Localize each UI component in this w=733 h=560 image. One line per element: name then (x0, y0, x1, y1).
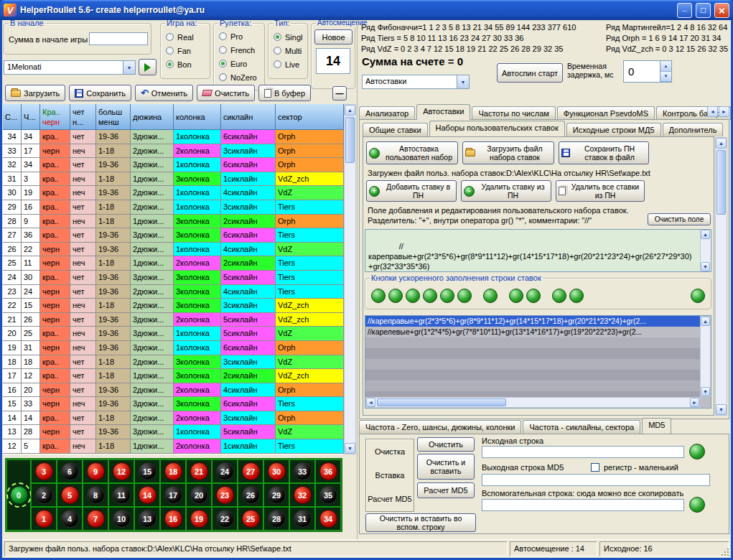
roulette-number-17[interactable]: 17 (160, 483, 186, 507)
radio-fan[interactable]: Fan (162, 44, 209, 57)
history-row[interactable]: 289кра..неч1-181дюжи...3колонка2сиклайнO… (3, 215, 344, 229)
history-row[interactable]: 2511черннеч1-181дюжи...2колонка2сиклайнT… (3, 256, 344, 271)
delete-all-bets-button[interactable]: Удалить все ставки из ПН (556, 180, 645, 202)
roulette-number-19[interactable]: 19 (186, 507, 212, 531)
md5-clear-paste-button[interactable]: Очистить и вставить (417, 454, 475, 480)
chevron-down-icon[interactable] (123, 61, 135, 74)
scroll-down-icon[interactable] (701, 387, 710, 396)
bet-list-item[interactable]: //кареправые+gr(2*3*5*6)+gr(8*9*11*12)+g… (365, 316, 700, 327)
collapse-button[interactable]: — (332, 86, 347, 101)
speed-bet-button[interactable] (691, 289, 705, 303)
scroll-down-icon[interactable] (701, 262, 710, 271)
main-tab-1[interactable]: Анализатор (359, 106, 415, 120)
tab-scroll-left-icon[interactable] (707, 106, 718, 117)
roulette-number-27[interactable]: 27 (238, 459, 263, 483)
roulette-number-14[interactable]: 14 (134, 483, 160, 507)
roulette-number-13[interactable]: 13 (134, 507, 160, 531)
history-row[interactable]: 2916кра..чет1-182дюжи...1колонка3сиклайн… (3, 200, 344, 215)
history-row[interactable]: 2126чернчет19-363дюжи...2колонка5сиклайн… (3, 313, 344, 327)
radio-singl[interactable]: Singl (269, 30, 307, 44)
maximize-button[interactable] (696, 3, 711, 18)
undo-button[interactable]: Отменить (135, 85, 193, 101)
inner-tab-4[interactable]: Дополнитель (663, 123, 724, 136)
delete-bet-button[interactable]: − Удалить ставку из ПН (461, 180, 551, 202)
md5-aux-input[interactable] (482, 499, 684, 511)
bottom-tab-2[interactable]: Частота - сиклайны, сектора (523, 420, 640, 434)
history-row[interactable]: 2736кра..чет19-363дюжи...3колонка6сиклай… (3, 228, 344, 243)
history-row[interactable]: 1818кра..чет1-182дюжи...3колонка3сиклайн… (3, 355, 344, 370)
history-row[interactable]: 2215черннеч1-182дюжи...3колонка3сиклайнV… (3, 299, 344, 313)
history-row[interactable]: 1414кра..чет1-182дюжи...2колонка3сиклайн… (3, 411, 344, 426)
roulette-number-15[interactable]: 15 (134, 459, 160, 483)
main-tab-3[interactable]: Частоты по числам (472, 106, 555, 120)
bet-edit-field[interactable]: //кареправые+gr(2*3*5*6)+gr(8*9*11*12)+g… (365, 229, 711, 272)
tab-scroll-right-icon[interactable] (719, 106, 729, 117)
load-button[interactable]: Загрузить (5, 85, 65, 101)
scroll-up-icon[interactable] (701, 317, 710, 326)
history-row[interactable]: 2324чернчет19-362дюжи...3колонка4сиклайн… (3, 285, 344, 299)
history-row[interactable]: 2430кра..чет19-363дюжи...3колонка5сиклай… (3, 271, 344, 285)
tab-page-scrollbar[interactable] (715, 137, 727, 416)
roulette-number-23[interactable]: 23 (212, 483, 238, 507)
resize-grip[interactable] (720, 547, 730, 557)
radio-real[interactable]: Real (162, 30, 209, 44)
md5-calc-button[interactable]: Расчет MD5 (417, 482, 475, 498)
md5-aux-ball-button[interactable] (689, 497, 705, 513)
delay-spinner[interactable]: 0 (623, 60, 672, 83)
preset-combo[interactable]: 1Melonati (4, 60, 136, 75)
roulette-number-31[interactable]: 31 (289, 507, 315, 531)
roulette-zero-cell[interactable]: 0 (6, 459, 31, 531)
radio-pro[interactable]: Pro (215, 29, 263, 43)
scroll-up-icon[interactable] (345, 105, 355, 116)
autobets-combo[interactable]: Автоставки (362, 75, 470, 89)
md5-output-input[interactable] (482, 474, 710, 486)
speed-bet-button[interactable] (440, 289, 454, 303)
close-button[interactable] (714, 3, 729, 18)
to-buffer-button[interactable]: В буфер (258, 85, 311, 101)
roulette-number-16[interactable]: 16 (160, 507, 186, 531)
clear-button[interactable]: Очистить (197, 85, 255, 101)
roulette-number-28[interactable]: 28 (263, 507, 289, 531)
start-sum-input[interactable] (89, 32, 148, 45)
new-button[interactable]: Новое (314, 29, 353, 45)
speed-bet-button[interactable] (569, 289, 584, 303)
history-row[interactable]: 3317черннеч1-182дюжи...2колонка3сиклайнO… (3, 144, 344, 159)
inner-tab-2[interactable]: Наборы пользовательских ставок (429, 121, 565, 136)
register-checkbox[interactable] (591, 463, 599, 472)
roulette-number-1[interactable]: 1 (31, 507, 57, 531)
roulette-number-33[interactable]: 33 (289, 459, 315, 483)
scroll-right-icon[interactable] (690, 398, 699, 407)
history-row[interactable]: 2025кра..неч19-363дюжи...1колонка5сиклай… (3, 327, 344, 341)
md5-source-ball-button[interactable] (689, 444, 705, 459)
table-scrollbar-thumb[interactable] (345, 117, 355, 163)
scroll-down-icon[interactable] (345, 443, 355, 454)
roulette-number-20[interactable]: 20 (186, 483, 212, 507)
roulette-number-22[interactable]: 22 (212, 507, 238, 531)
title-bar[interactable]: V HelperRoullet 5.6- create helperroulle… (0, 0, 733, 20)
inner-tab-1[interactable]: Общие ставки (363, 123, 428, 136)
history-row[interactable]: 1533черннеч19-363дюжи...3колонка6сиклайн… (3, 397, 344, 411)
roulette-number-10[interactable]: 10 (108, 507, 134, 531)
radio-french[interactable]: French (215, 43, 263, 57)
speed-bet-button[interactable] (526, 289, 541, 303)
spinner-down-icon[interactable] (660, 72, 671, 83)
load-bet-file-button[interactable]: Загрузить файл набора ставок (462, 141, 554, 164)
run-preset-button[interactable] (139, 59, 157, 75)
scroll-up-icon[interactable] (716, 138, 727, 149)
add-bet-button[interactable]: + Добавить ставку в ПН (366, 180, 457, 202)
save-button[interactable]: Сохранить (69, 85, 131, 101)
bet-list-item[interactable]: //карелевые+gr(1*2*4*5)+gr(7*8*10*11)+gr… (365, 327, 700, 337)
history-row[interactable]: 1931черннеч19-363дюжи...1колонка6сиклайн… (3, 341, 344, 355)
bottom-tab-1[interactable]: Частота - Zero, шансы, дюжины, колонки (359, 420, 521, 434)
roulette-number-36[interactable]: 36 (315, 459, 341, 483)
speed-bet-button[interactable] (423, 289, 437, 303)
bet-edit-scrollbar[interactable] (700, 230, 711, 271)
roulette-number-2[interactable]: 2 (31, 483, 57, 507)
roulette-number-32[interactable]: 32 (289, 483, 315, 507)
bottom-tab-3[interactable]: MD5 (642, 418, 671, 434)
bet-list-hthumb[interactable] (377, 398, 506, 406)
radio-live[interactable]: Live (269, 57, 307, 71)
minimize-button[interactable] (677, 3, 692, 18)
history-row[interactable]: 3434кра..чет19-363дюжи...1колонка6сиклай… (3, 130, 344, 144)
md5-clear-button[interactable]: Очистить (417, 437, 475, 452)
